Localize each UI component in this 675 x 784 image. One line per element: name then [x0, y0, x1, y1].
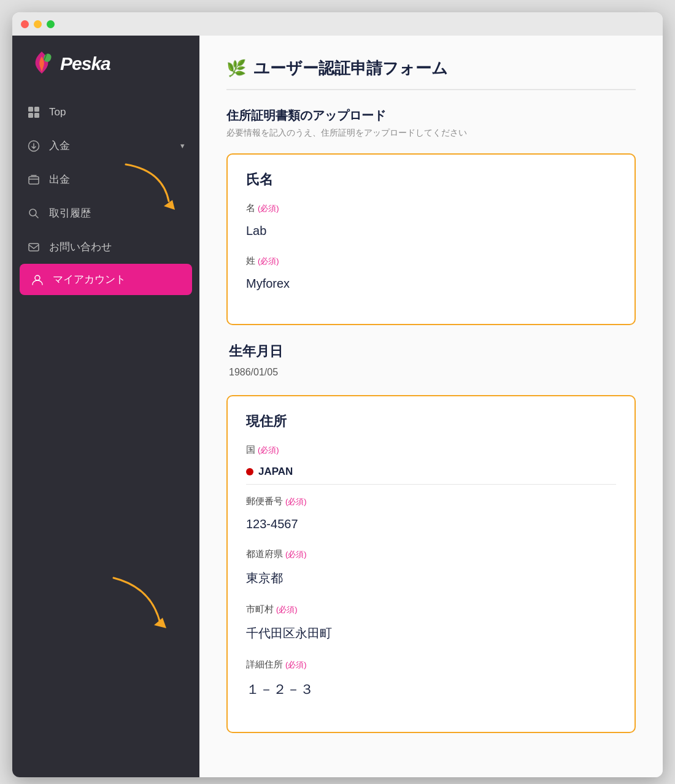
svg-rect-7 [29, 244, 39, 251]
leaf-icon: 🌿 [226, 59, 246, 78]
withdraw-icon [27, 173, 40, 186]
arrow-decoration-top [114, 158, 187, 220]
svg-rect-0 [28, 107, 33, 112]
sidebar: Peska Top [12, 36, 199, 777]
mail-icon [27, 240, 40, 254]
user-icon [31, 273, 44, 286]
page-title: ユーザー認証申請フォーム [253, 58, 448, 79]
address-detail-group: 詳細住所(必須) １－２－３ [246, 659, 616, 705]
prefecture-label: 都道府県(必須) [246, 548, 616, 560]
city-group: 市町村(必須) 千代田区永田町 [246, 604, 616, 648]
name-card: 氏名 名(必須) Lab 姓(必須) Myforex [226, 153, 636, 325]
country-group: 国(必須) JAPAN [246, 444, 616, 485]
search-icon [27, 207, 40, 220]
last-name-value: Myforex [246, 271, 616, 297]
upload-heading: 住所証明書類のアップロード [226, 107, 636, 124]
city-label: 市町村(必須) [246, 604, 616, 615]
titlebar [12, 12, 663, 36]
postal-required: (必須) [285, 497, 307, 506]
svg-rect-1 [34, 107, 39, 112]
svg-point-6 [29, 209, 36, 216]
sidebar-item-myaccount[interactable]: マイアカウント [20, 264, 192, 295]
last-name-group: 姓(必須) Myforex [246, 255, 616, 297]
city-value: 千代田区永田町 [246, 619, 616, 648]
svg-rect-2 [28, 113, 33, 118]
last-name-label: 姓(必須) [246, 255, 616, 267]
first-name-group: 名(必須) Lab [246, 202, 616, 244]
deposit-icon [27, 139, 40, 153]
first-name-label: 名(必須) [246, 202, 616, 214]
sidebar-item-myaccount-label: マイアカウント [53, 272, 181, 286]
city-required: (必須) [276, 605, 298, 614]
main-inner: 🌿 ユーザー認証申請フォーム 住所証明書類のアップロード 必要情報を記入のうえ、… [199, 36, 663, 777]
name-card-title: 氏名 [246, 171, 616, 189]
last-name-required: (必須) [258, 256, 279, 266]
postal-label: 郵便番号(必須) [246, 496, 616, 507]
country-label: 国(必須) [246, 444, 616, 456]
svg-rect-3 [34, 113, 39, 118]
sidebar-item-deposit-label: 入金 [49, 139, 172, 153]
dob-label: 生年月日 [229, 342, 636, 361]
dob-section: 生年月日 1986/01/05 [226, 342, 636, 378]
main-content: 🌿 ユーザー認証申請フォーム 住所証明書類のアップロード 必要情報を記入のうえ、… [199, 36, 663, 777]
page-title-row: 🌿 ユーザー認証申請フォーム [226, 58, 636, 90]
svg-point-8 [35, 275, 40, 280]
address-detail-label: 詳細住所(必須) [246, 659, 616, 671]
postal-value: 123-4567 [246, 511, 616, 537]
country-value: JAPAN [246, 459, 616, 485]
sidebar-item-contact-label: お問い合わせ [49, 240, 185, 254]
sidebar-item-deposit[interactable]: 入金 ▾ [12, 129, 199, 163]
sidebar-item-contact[interactable]: お問い合わせ [12, 230, 199, 264]
postal-group: 郵便番号(必須) 123-4567 [246, 496, 616, 537]
app-window: Peska Top [12, 12, 663, 777]
first-name-required: (必須) [258, 204, 279, 213]
chevron-down-icon: ▾ [180, 141, 185, 150]
svg-rect-5 [29, 177, 39, 184]
upload-section: 住所証明書類のアップロード 必要情報を記入のうえ、住所証明をアップロードしてくだ… [226, 107, 636, 139]
logo-text: Peska [60, 53, 110, 74]
app-body: Peska Top [12, 36, 663, 777]
minimize-button[interactable] [34, 20, 42, 28]
sidebar-item-top-label: Top [49, 106, 185, 118]
address-required: (必須) [285, 660, 307, 669]
arrow-decoration-bottom [95, 569, 181, 642]
sidebar-item-top[interactable]: Top [12, 96, 199, 129]
address-detail-value: １－２－３ [246, 674, 616, 705]
logo-icon [27, 49, 56, 79]
dob-value: 1986/01/05 [229, 367, 636, 378]
sidebar-logo: Peska [12, 36, 199, 96]
country-required: (必須) [258, 445, 279, 455]
address-card-title: 現住所 [246, 412, 616, 431]
prefecture-value: 東京都 [246, 564, 616, 593]
address-card: 現住所 国(必須) JAPAN 郵便番号( [226, 395, 636, 733]
maximize-button[interactable] [47, 20, 55, 28]
first-name-value: Lab [246, 218, 616, 244]
prefecture-group: 都道府県(必須) 東京都 [246, 548, 616, 593]
prefecture-required: (必須) [285, 550, 307, 559]
grid-icon [27, 106, 40, 119]
country-dot [246, 468, 253, 475]
upload-desc: 必要情報を記入のうえ、住所証明をアップロードしてください [226, 128, 636, 139]
svg-marker-10 [154, 618, 166, 628]
close-button[interactable] [21, 20, 29, 28]
